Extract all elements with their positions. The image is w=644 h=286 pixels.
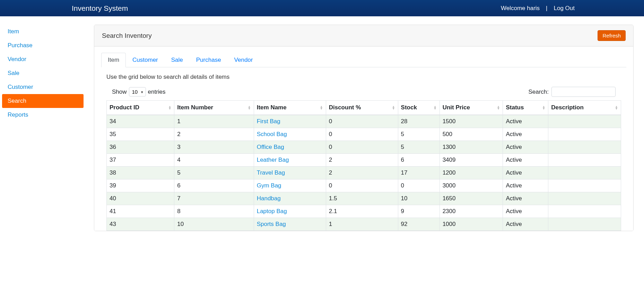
table-row: 4310Sports Bag1921000Active — [107, 218, 621, 231]
sort-icon: ▲▼ — [542, 106, 545, 110]
sort-icon: ▲▼ — [168, 106, 171, 110]
sort-icon: ▲▼ — [497, 106, 500, 110]
show-prefix: Show — [112, 89, 127, 95]
table-controls: Show 10 entries Search: — [106, 87, 621, 97]
table-row: 396Gym Bag003000Active — [107, 179, 621, 192]
item-name-link[interactable]: First Bag — [257, 118, 280, 125]
panel: Search Inventory Refresh ItemCustomerSal… — [94, 25, 634, 231]
navbar: Inventory System Welcome haris | Log Out — [0, 0, 644, 16]
item-name-link[interactable]: School Bag — [257, 131, 287, 137]
table-row: 407Handbag1.5101650Active — [107, 192, 621, 205]
sort-icon: ▲▼ — [615, 106, 618, 110]
panel-title: Search Inventory — [102, 32, 152, 40]
table-row: 363Office Bag051300Active — [107, 141, 621, 154]
navbar-divider: | — [546, 5, 547, 12]
tab-sale[interactable]: Sale — [165, 53, 190, 67]
col-item-number[interactable]: Item Number▲▼ — [174, 101, 254, 115]
sidebar-item-purchase[interactable]: Purchase — [2, 39, 84, 52]
col-discount-[interactable]: Discount %▲▼ — [326, 101, 398, 115]
page-size-select[interactable]: 10 — [129, 87, 146, 96]
data-table: Product ID▲▼Item Number▲▼Item Name▲▼Disc… — [106, 100, 621, 231]
item-name-link[interactable]: Travel Bag — [257, 169, 285, 176]
table-row: 418Laptop Bag2.192300Active — [107, 205, 621, 218]
table-row: 352School Bag05500Active — [107, 128, 621, 141]
item-name-link[interactable]: Leather Bag — [257, 157, 289, 163]
col-status[interactable]: Status▲▼ — [503, 101, 548, 115]
sidebar-item-search[interactable]: Search — [2, 94, 84, 108]
tabs: ItemCustomerSalePurchaseVendor — [101, 53, 626, 67]
tab-purchase[interactable]: Purchase — [190, 53, 228, 67]
main-content: Search Inventory Refresh ItemCustomerSal… — [84, 25, 644, 231]
tab-item[interactable]: Item — [101, 53, 126, 67]
show-entries: Show 10 entries — [112, 87, 166, 96]
item-name-link[interactable]: Laptop Bag — [257, 208, 287, 214]
item-name-link[interactable]: Handbag — [257, 195, 281, 202]
col-description[interactable]: Description▲▼ — [548, 101, 621, 115]
sidebar-item-sale[interactable]: Sale — [2, 66, 84, 80]
grid-instruction: Use the grid below to search all details… — [106, 74, 621, 81]
app-title[interactable]: Inventory System — [72, 4, 128, 12]
sidebar-item-customer[interactable]: Customer — [2, 80, 84, 94]
table-row: 385Travel Bag2171200Active — [107, 167, 621, 179]
sort-icon: ▲▼ — [248, 106, 251, 110]
sidebar: ItemPurchaseVendorSaleCustomerSearchRepo… — [0, 25, 84, 231]
col-product-id[interactable]: Product ID▲▼ — [107, 101, 174, 115]
sort-icon: ▲▼ — [434, 106, 437, 110]
refresh-button[interactable]: Refresh — [598, 30, 626, 41]
table-row: 341First Bag0281500Active — [107, 115, 621, 128]
item-name-link[interactable]: Office Bag — [257, 144, 284, 150]
col-stock[interactable]: Stock▲▼ — [398, 101, 440, 115]
col-item-name[interactable]: Item Name▲▼ — [254, 101, 326, 115]
item-name-link[interactable]: Sports Bag — [257, 221, 286, 227]
panel-header: Search Inventory Refresh — [94, 25, 633, 47]
sort-icon: ▲▼ — [320, 106, 323, 110]
sidebar-item-reports[interactable]: Reports — [2, 108, 84, 122]
tab-vendor[interactable]: Vendor — [228, 53, 260, 67]
sidebar-item-item[interactable]: Item — [2, 25, 84, 39]
panel-body: ItemCustomerSalePurchaseVendor Use the g… — [94, 47, 633, 231]
sidebar-item-vendor[interactable]: Vendor — [2, 52, 84, 66]
table-row: 374Leather Bag263409Active — [107, 154, 621, 167]
tab-content: Use the grid below to search all details… — [101, 67, 626, 231]
search-input[interactable] — [551, 87, 616, 97]
logout-link[interactable]: Log Out — [554, 5, 575, 12]
welcome-link[interactable]: Welcome haris — [501, 5, 540, 12]
navbar-right: Welcome haris | Log Out — [501, 5, 575, 12]
sort-icon: ▲▼ — [392, 106, 395, 110]
show-suffix: entries — [148, 89, 166, 95]
item-name-link[interactable]: Gym Bag — [257, 182, 281, 189]
search-box: Search: — [528, 87, 616, 97]
search-label: Search: — [528, 89, 549, 95]
col-unit-price[interactable]: Unit Price▲▼ — [440, 101, 503, 115]
tab-customer[interactable]: Customer — [126, 53, 165, 67]
